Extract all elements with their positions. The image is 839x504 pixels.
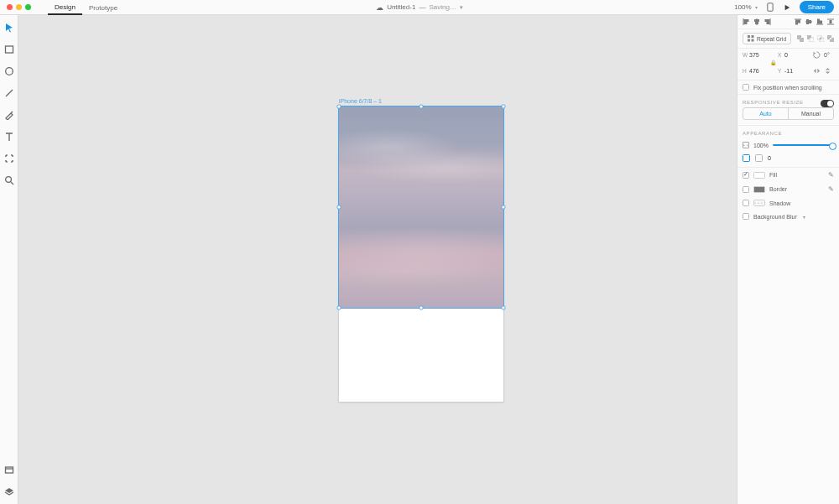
tool-panel: [0, 15, 18, 504]
minimize-window-icon[interactable]: [16, 4, 22, 10]
flip-horizontal-icon[interactable]: [813, 67, 821, 75]
opacity-slider[interactable]: [773, 144, 834, 146]
align-right-icon[interactable]: [764, 18, 771, 25]
width-field[interactable]: W375: [743, 52, 774, 58]
window-controls: [0, 4, 38, 10]
rectangle-tool-icon[interactable]: [3, 44, 15, 55]
fill-label: Fill: [769, 172, 777, 178]
align-left-icon[interactable]: [743, 18, 749, 25]
responsive-toggle[interactable]: [821, 100, 834, 107]
blend-normal-icon[interactable]: [743, 154, 750, 162]
shadow-swatch[interactable]: [753, 200, 765, 206]
svg-rect-5: [744, 20, 748, 22]
svg-rect-8: [756, 23, 758, 24]
share-button[interactable]: Share: [800, 1, 834, 13]
align-top-icon[interactable]: [795, 18, 801, 25]
resize-handle-br[interactable]: [502, 306, 506, 310]
repeat-grid-button[interactable]: Repeat Grid: [743, 33, 791, 44]
svg-rect-20: [748, 39, 750, 42]
align-hcenter-icon[interactable]: [753, 18, 760, 25]
boolean-exclude-icon[interactable]: [827, 35, 834, 42]
title-separator: —: [419, 3, 425, 11]
shadow-checkbox[interactable]: [743, 200, 749, 206]
selected-image[interactable]: [339, 107, 503, 308]
blend-alt-icon[interactable]: [755, 154, 763, 162]
rotate-icon[interactable]: [813, 51, 821, 59]
inspector-panel: Repeat Grid W375 X0 0° 🔒 H476 Y-11 Fix p…: [737, 15, 839, 504]
play-icon[interactable]: [783, 4, 791, 11]
resize-mode-segment[interactable]: Auto Manual: [743, 107, 834, 120]
line-tool-icon[interactable]: [3, 87, 15, 99]
chevron-down-icon: ▾: [755, 4, 758, 10]
svg-rect-21: [752, 39, 754, 42]
flip-vertical-icon[interactable]: [824, 67, 831, 75]
artboard-tool-icon[interactable]: [3, 153, 15, 164]
assets-panel-icon[interactable]: [3, 464, 15, 475]
svg-rect-14: [810, 21, 811, 23]
text-tool-icon[interactable]: [3, 131, 15, 143]
bgblur-checkbox[interactable]: [743, 213, 749, 220]
zoom-tool-icon[interactable]: [3, 174, 15, 186]
svg-rect-15: [818, 19, 820, 23]
chevron-down-icon[interactable]: ▾: [803, 214, 805, 220]
boolean-add-icon[interactable]: [797, 35, 804, 42]
svg-rect-31: [830, 38, 831, 39]
eyedropper-icon[interactable]: ✎: [828, 171, 834, 179]
artboard-label[interactable]: iPhone 6/7/8 – 1: [339, 98, 382, 104]
tab-prototype[interactable]: Prototype: [82, 1, 124, 14]
border-label: Border: [769, 186, 787, 192]
close-window-icon[interactable]: [7, 4, 13, 10]
tab-design[interactable]: Design: [48, 0, 82, 15]
svg-rect-25: [810, 38, 814, 42]
maximize-window-icon[interactable]: [25, 4, 31, 10]
corner-radius-value[interactable]: 0: [768, 155, 771, 161]
boolean-intersect-icon[interactable]: [817, 35, 824, 42]
shadow-label: Shadow: [769, 200, 790, 206]
pen-tool-icon[interactable]: [3, 109, 15, 121]
svg-rect-28: [820, 38, 821, 39]
svg-rect-17: [830, 21, 831, 23]
fix-scroll-checkbox[interactable]: [743, 84, 749, 91]
zoom-control[interactable]: 100% ▾: [734, 3, 757, 11]
x-field[interactable]: X0: [778, 52, 810, 58]
resize-handle-mr[interactable]: [502, 205, 506, 210]
select-tool-icon[interactable]: [3, 22, 15, 34]
resize-auto-option[interactable]: Auto: [743, 108, 788, 119]
document-title: Untitled-1: [387, 3, 415, 11]
border-swatch[interactable]: [753, 186, 765, 193]
svg-rect-10: [767, 23, 769, 24]
boolean-subtract-icon[interactable]: [807, 35, 814, 42]
document-title-area[interactable]: ☁ Untitled-1 — Saving… ▾: [376, 3, 463, 12]
height-field[interactable]: H476: [743, 68, 774, 74]
y-field[interactable]: Y-11: [778, 68, 810, 74]
svg-rect-4: [5, 467, 13, 473]
zoom-value: 100%: [734, 3, 751, 11]
svg-rect-7: [755, 20, 759, 22]
cloud-icon: ☁: [376, 3, 383, 12]
fill-swatch[interactable]: [753, 172, 765, 179]
bgblur-label: Background Blur: [753, 214, 797, 220]
ellipse-tool-icon[interactable]: [3, 65, 15, 77]
resize-manual-option[interactable]: Manual: [788, 108, 833, 119]
opacity-value[interactable]: 100%: [753, 143, 769, 148]
border-checkbox[interactable]: [743, 186, 749, 193]
eyedropper-icon[interactable]: ✎: [828, 185, 834, 193]
device-preview-icon[interactable]: [766, 3, 774, 12]
fill-checkbox[interactable]: [743, 172, 749, 179]
resize-handle-bm[interactable]: [420, 306, 424, 310]
lock-aspect-icon[interactable]: 🔒: [770, 60, 776, 65]
resize-handle-tm[interactable]: [420, 105, 424, 109]
svg-rect-16: [821, 21, 822, 23]
home-icon[interactable]: [38, 3, 48, 12]
layers-panel-icon[interactable]: [3, 486, 15, 497]
resize-handle-tl[interactable]: [337, 105, 341, 109]
align-row: [737, 15, 839, 29]
rotation-field[interactable]: 0°: [824, 52, 830, 58]
resize-handle-bl[interactable]: [337, 306, 341, 310]
resize-handle-ml[interactable]: [337, 205, 341, 210]
design-canvas[interactable]: iPhone 6/7/8 – 1: [18, 15, 737, 504]
distribute-icon[interactable]: [827, 18, 834, 25]
resize-handle-tr[interactable]: [502, 105, 506, 109]
align-vcenter-icon[interactable]: [805, 18, 812, 25]
align-bottom-icon[interactable]: [816, 18, 823, 25]
